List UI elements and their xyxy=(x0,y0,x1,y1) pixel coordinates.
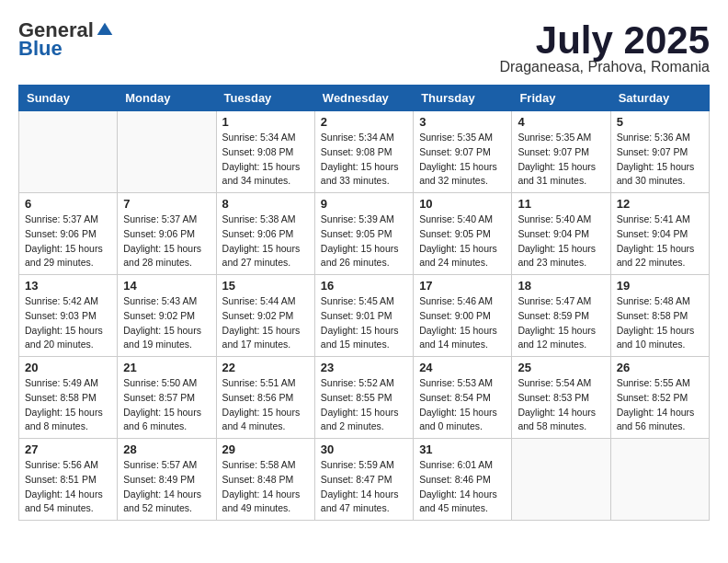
day-info: Sunrise: 5:43 AMSunset: 9:02 PMDaylight:… xyxy=(123,294,210,352)
day-info: Sunrise: 5:42 AMSunset: 9:03 PMDaylight:… xyxy=(25,294,111,352)
day-info-line: Sunrise: 5:37 AM xyxy=(123,213,197,224)
day-info: Sunrise: 5:53 AMSunset: 8:54 PMDaylight:… xyxy=(419,376,506,434)
day-info-line: Sunset: 8:59 PM xyxy=(518,310,589,321)
calendar-cell: 2Sunrise: 5:34 AMSunset: 9:08 PMDaylight… xyxy=(314,111,413,193)
day-info-line: Sunrise: 5:38 AM xyxy=(222,213,296,224)
calendar-cell xyxy=(512,439,610,521)
day-info-line: Sunset: 9:07 PM xyxy=(518,146,589,157)
day-info: Sunrise: 5:57 AMSunset: 8:49 PMDaylight:… xyxy=(123,458,210,516)
day-info-line: Sunrise: 5:54 AM xyxy=(518,377,591,388)
day-info-line: Sunset: 8:51 PM xyxy=(25,474,97,485)
day-number: 3 xyxy=(419,115,506,129)
col-friday: Friday xyxy=(512,86,610,111)
day-info-line: Sunset: 9:06 PM xyxy=(123,228,195,239)
day-info-line: Sunset: 8:58 PM xyxy=(25,392,97,403)
day-info-line: Sunset: 8:56 PM xyxy=(222,392,294,403)
calendar-cell: 31Sunrise: 6:01 AMSunset: 8:46 PMDayligh… xyxy=(414,439,512,521)
day-info-line: Daylight: 14 hours and 49 minutes. xyxy=(222,488,301,514)
calendar-cell: 13Sunrise: 5:42 AMSunset: 9:03 PMDayligh… xyxy=(19,275,118,357)
page-header: General Blue July 2025 Draganeasa, Praho… xyxy=(18,18,710,75)
day-info: Sunrise: 5:37 AMSunset: 9:06 PMDaylight:… xyxy=(123,213,210,270)
day-info-line: Sunrise: 5:39 AM xyxy=(321,213,394,224)
col-thursday: Thursday xyxy=(414,86,512,111)
calendar-table: Sunday Monday Tuesday Wednesday Thursday… xyxy=(18,85,710,521)
day-number: 6 xyxy=(25,197,111,211)
day-number: 22 xyxy=(222,361,309,374)
day-info: Sunrise: 6:01 AMSunset: 8:46 PMDaylight:… xyxy=(419,458,506,516)
day-number: 20 xyxy=(25,361,111,374)
day-number: 28 xyxy=(123,442,210,456)
day-info-line: Sunrise: 5:41 AM xyxy=(617,213,690,224)
day-info-line: Daylight: 14 hours and 45 minutes. xyxy=(419,488,497,514)
day-info-line: Sunset: 8:49 PM xyxy=(123,474,195,485)
calendar-cell: 15Sunrise: 5:44 AMSunset: 9:02 PMDayligh… xyxy=(216,275,314,357)
day-info-line: Daylight: 15 hours and 32 minutes. xyxy=(419,161,497,187)
day-info-line: Sunset: 9:02 PM xyxy=(123,310,195,321)
day-info: Sunrise: 5:54 AMSunset: 8:53 PMDaylight:… xyxy=(518,376,604,434)
calendar-cell: 7Sunrise: 5:37 AMSunset: 9:06 PMDaylight… xyxy=(118,193,216,275)
day-number: 12 xyxy=(617,197,703,211)
calendar-cell: 19Sunrise: 5:48 AMSunset: 8:58 PMDayligh… xyxy=(610,275,709,357)
calendar-cell: 9Sunrise: 5:39 AMSunset: 9:05 PMDaylight… xyxy=(314,193,413,275)
calendar-cell: 27Sunrise: 5:56 AMSunset: 8:51 PMDayligh… xyxy=(19,439,118,521)
calendar-cell: 14Sunrise: 5:43 AMSunset: 9:02 PMDayligh… xyxy=(118,275,216,357)
day-info: Sunrise: 5:52 AMSunset: 8:55 PMDaylight:… xyxy=(321,376,407,434)
day-info-line: Sunset: 8:57 PM xyxy=(123,392,195,403)
day-info: Sunrise: 5:49 AMSunset: 8:58 PMDaylight:… xyxy=(25,376,111,434)
day-info-line: Sunset: 9:06 PM xyxy=(25,228,97,239)
day-info: Sunrise: 5:46 AMSunset: 9:00 PMDaylight:… xyxy=(419,294,506,352)
day-info-line: Sunrise: 5:40 AM xyxy=(518,213,591,224)
day-info-line: Sunset: 9:03 PM xyxy=(25,310,97,321)
day-info-line: Sunrise: 5:34 AM xyxy=(321,132,394,143)
day-info-line: Sunset: 8:48 PM xyxy=(222,474,294,485)
calendar-body: 1Sunrise: 5:34 AMSunset: 9:08 PMDaylight… xyxy=(19,111,710,521)
day-number: 31 xyxy=(419,442,506,456)
day-info-line: Daylight: 15 hours and 14 minutes. xyxy=(419,325,497,350)
day-info-line: Sunset: 9:08 PM xyxy=(321,146,392,157)
day-info-line: Sunset: 8:53 PM xyxy=(518,392,589,403)
calendar-cell: 22Sunrise: 5:51 AMSunset: 8:56 PMDayligh… xyxy=(216,357,314,439)
day-info-line: Sunset: 9:00 PM xyxy=(419,310,491,321)
day-info: Sunrise: 5:35 AMSunset: 9:07 PMDaylight:… xyxy=(518,131,604,189)
day-info: Sunrise: 5:59 AMSunset: 8:47 PMDaylight:… xyxy=(321,458,407,516)
day-info-line: Daylight: 15 hours and 8 minutes. xyxy=(25,407,103,432)
day-info-line: Daylight: 15 hours and 20 minutes. xyxy=(25,325,103,350)
day-info-line: Sunrise: 5:44 AM xyxy=(222,295,296,306)
day-info: Sunrise: 5:40 AMSunset: 9:04 PMDaylight:… xyxy=(518,213,604,270)
day-info-line: Sunset: 9:05 PM xyxy=(419,228,491,239)
day-info: Sunrise: 5:48 AMSunset: 8:58 PMDaylight:… xyxy=(617,294,703,352)
day-info: Sunrise: 5:38 AMSunset: 9:06 PMDaylight:… xyxy=(222,213,309,270)
calendar-cell xyxy=(610,439,709,521)
calendar-cell: 21Sunrise: 5:50 AMSunset: 8:57 PMDayligh… xyxy=(118,357,216,439)
day-info-line: Daylight: 15 hours and 31 minutes. xyxy=(518,161,596,187)
day-info-line: Sunrise: 5:51 AM xyxy=(222,377,296,388)
calendar-cell xyxy=(19,111,118,193)
day-info-line: Sunrise: 5:40 AM xyxy=(419,213,493,224)
week-row-4: 20Sunrise: 5:49 AMSunset: 8:58 PMDayligh… xyxy=(19,357,710,439)
day-info-line: Daylight: 15 hours and 2 minutes. xyxy=(321,407,399,432)
logo-blue-text: Blue xyxy=(18,37,63,61)
day-info-line: Sunset: 9:07 PM xyxy=(419,146,491,157)
calendar-cell: 3Sunrise: 5:35 AMSunset: 9:07 PMDaylight… xyxy=(414,111,512,193)
day-info: Sunrise: 5:37 AMSunset: 9:06 PMDaylight:… xyxy=(25,213,111,270)
day-number: 5 xyxy=(617,115,703,129)
day-number: 4 xyxy=(518,115,604,129)
calendar-cell: 28Sunrise: 5:57 AMSunset: 8:49 PMDayligh… xyxy=(118,439,216,521)
day-info-line: Daylight: 15 hours and 6 minutes. xyxy=(123,407,201,432)
day-number: 10 xyxy=(419,197,506,211)
col-tuesday: Tuesday xyxy=(216,86,314,111)
calendar-cell: 30Sunrise: 5:59 AMSunset: 8:47 PMDayligh… xyxy=(314,439,413,521)
day-info: Sunrise: 5:47 AMSunset: 8:59 PMDaylight:… xyxy=(518,294,604,352)
day-number: 15 xyxy=(222,279,309,293)
day-info: Sunrise: 5:58 AMSunset: 8:48 PMDaylight:… xyxy=(222,458,309,516)
day-info-line: Daylight: 15 hours and 0 minutes. xyxy=(419,407,497,432)
day-number: 21 xyxy=(123,361,210,374)
day-info-line: Sunrise: 5:37 AM xyxy=(25,213,98,224)
day-number: 17 xyxy=(419,279,506,293)
day-info-line: Sunrise: 6:01 AM xyxy=(419,459,493,470)
day-info-line: Daylight: 15 hours and 28 minutes. xyxy=(123,243,201,269)
day-number: 2 xyxy=(321,115,407,129)
day-info-line: Sunset: 8:46 PM xyxy=(419,474,491,485)
day-info-line: Sunset: 9:02 PM xyxy=(222,310,294,321)
day-number: 14 xyxy=(123,279,210,293)
